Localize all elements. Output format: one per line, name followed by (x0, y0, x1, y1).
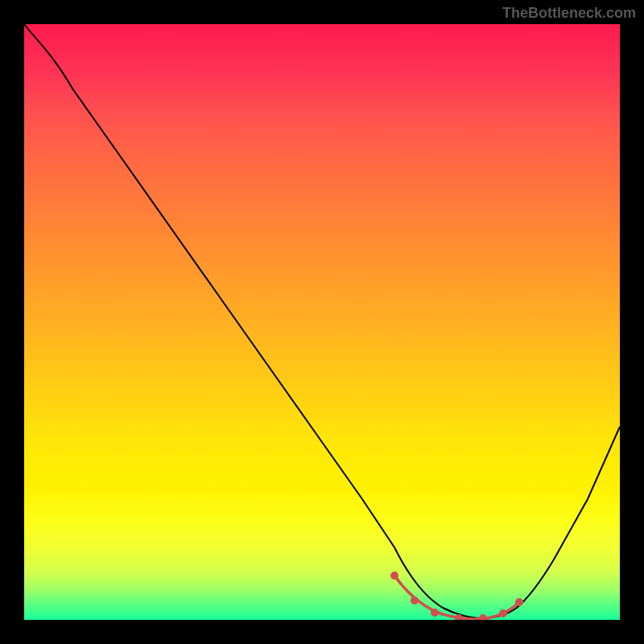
optimal-marker-dot (390, 572, 398, 580)
optimal-marker-dot (431, 609, 439, 617)
bottleneck-curve (24, 24, 620, 618)
optimal-marker-dot (499, 609, 507, 617)
watermark-text: TheBottleneck.com (502, 5, 636, 22)
chart-area (24, 24, 620, 620)
optimal-marker-dot (411, 597, 419, 605)
optimal-marker-dot (479, 614, 487, 620)
chart-svg (24, 24, 620, 620)
optimal-marker-dot (515, 598, 523, 606)
